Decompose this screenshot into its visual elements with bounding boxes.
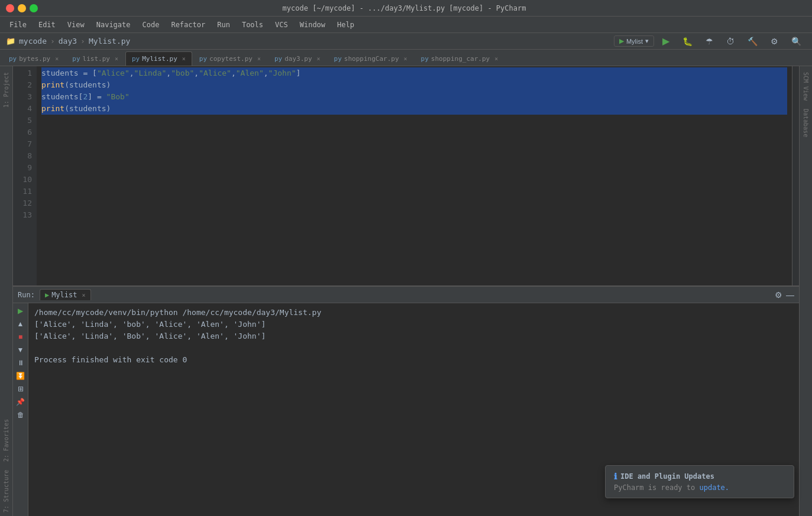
left-sidebar: 1: Project 2: Favorites 7: Structure (0, 66, 13, 516)
trash-button[interactable]: 🗑 (16, 410, 25, 420)
tab-label: bytes.py (19, 55, 50, 63)
tab-label: Mylist.py (142, 55, 177, 63)
file-icon: py (9, 55, 17, 63)
tab-close-icon[interactable]: × (257, 56, 261, 62)
run-tab-name: Mylist (51, 291, 77, 299)
menu-item-edit[interactable]: Edit (34, 19, 60, 31)
code-line-5 (41, 115, 787, 126)
menu-item-help[interactable]: Help (332, 19, 359, 31)
file-icon: py (274, 55, 282, 63)
project-name[interactable]: mycode (19, 37, 47, 46)
code-editor[interactable]: 1 2 3 4 5 6 7 8 9 10 11 12 13 students =… (13, 66, 799, 285)
menubar: FileEditViewNavigateCodeRefactorRunTools… (0, 17, 812, 33)
menu-item-tools[interactable]: Tools (237, 19, 268, 31)
editor-scrollbar[interactable] (792, 66, 799, 285)
menu-item-navigate[interactable]: Navigate (92, 19, 135, 31)
tab-list-py[interactable]: py list.py × (66, 51, 125, 66)
sidebar-scm-view[interactable]: SCM View (801, 69, 810, 104)
output-line-1: /home/cc/mycode/venv/bin/python /home/cc… (34, 307, 793, 319)
code-line-10 (41, 174, 787, 186)
notification-update-link[interactable]: update. (700, 483, 730, 492)
run-button[interactable]: ▶ (658, 34, 674, 48)
sidebar-item-structure[interactable]: 7: Structure (2, 466, 11, 516)
tab-close-icon[interactable]: × (317, 56, 321, 62)
menu-item-vcs[interactable]: VCS (270, 19, 293, 31)
minimize-panel-icon[interactable]: — (786, 290, 794, 300)
code-line-13 (41, 209, 787, 221)
stop-button[interactable]: ■ (17, 332, 24, 342)
line-num-3: 3 (13, 91, 32, 103)
titlebar-controls[interactable] (6, 4, 38, 12)
code-line-4: print(students) (41, 103, 787, 115)
run-tab-close-icon[interactable]: × (82, 292, 86, 298)
tab-bytes-py[interactable]: py bytes.py × (2, 51, 65, 66)
right-sidebar: SCM View Database (799, 66, 812, 516)
maximize-button[interactable] (30, 4, 38, 12)
tab-day3-py[interactable]: py day3.py × (268, 51, 327, 66)
coverage-button[interactable]: ☂ (701, 35, 718, 47)
pause-button[interactable]: ⏸ (16, 358, 25, 368)
tab-close-icon[interactable]: × (182, 56, 186, 62)
tab-mylist-py[interactable]: py Mylist.py × (125, 51, 192, 66)
build-button[interactable]: 🔨 (743, 35, 762, 47)
tab-close-icon[interactable]: × (55, 56, 59, 62)
code-line-2: print(students) (41, 79, 787, 91)
tab-close-icon[interactable]: × (404, 56, 407, 62)
editor-tabs: py bytes.py × py list.py × py Mylist.py … (0, 50, 812, 66)
main-layout: 1: Project 2: Favorites 7: Structure 1 2… (0, 66, 812, 516)
run-toolbar: ▶ ▲ ■ ▼ ⏸ ⏬ ⊞ 📌 🗑 (13, 303, 28, 516)
editor-area: 1 2 3 4 5 6 7 8 9 10 11 12 13 students =… (13, 66, 799, 516)
file-icon: py (199, 55, 207, 63)
breadcrumb-folder[interactable]: day3 (59, 37, 77, 46)
notification-popup: ℹ IDE and Plugin Updates PyCharm is read… (605, 465, 794, 498)
output-line-4 (34, 342, 793, 354)
tab-close-icon[interactable]: × (494, 56, 498, 62)
code-line-6 (41, 126, 787, 138)
tab-copytest-py[interactable]: py copytest.py × (193, 51, 267, 66)
breadcrumb-sep2: › (80, 37, 85, 46)
line-num-11: 11 (13, 186, 32, 197)
run-controls: ⚙ — (775, 290, 794, 300)
sidebar-item-favorites[interactable]: 2: Favorites (2, 416, 11, 465)
search-button[interactable]: 🔍 (787, 35, 806, 47)
sidebar-database[interactable]: Database (801, 105, 810, 141)
scroll-down-button[interactable]: ▼ (16, 345, 25, 355)
sidebar-item-project[interactable]: 1: Project (2, 69, 11, 111)
profile-button[interactable]: ⏱ (722, 35, 739, 47)
run-config-selector[interactable]: ▶ Mylist ▾ (614, 35, 654, 47)
file-icon: py (132, 55, 140, 63)
run-tab[interactable]: ▶ Mylist × (40, 289, 91, 300)
run-panel-header: Run: ▶ Mylist × ⚙ — (13, 287, 799, 303)
code-area[interactable]: students = ["Alice","Linda","bob","Alice… (37, 66, 792, 285)
output-line-5: Process finished with exit code 0 (34, 354, 793, 366)
menu-item-refactor[interactable]: Refactor (166, 19, 210, 31)
settings-icon[interactable]: ⚙ (775, 290, 782, 300)
output-line-2: ['Alice', 'Linda', 'bob', 'Alice', 'Alen… (34, 319, 793, 330)
menu-item-code[interactable]: Code (138, 19, 164, 31)
notification-title: ℹ IDE and Plugin Updates (614, 472, 785, 481)
notification-body: PyCharm is ready to update. (614, 483, 785, 492)
minimize-button[interactable] (18, 4, 26, 12)
code-line-1: students = ["Alice","Linda","bob","Alice… (41, 67, 787, 79)
tab-close-icon[interactable]: × (115, 56, 118, 62)
code-line-11 (41, 186, 787, 197)
run-icon: ▶ (45, 291, 49, 299)
scroll-up-button[interactable]: ▲ (16, 319, 25, 329)
menu-item-window[interactable]: Window (295, 19, 330, 31)
tab-shopping-car-py[interactable]: py shopping_car.py × (415, 51, 505, 66)
tab-shoppingcar-py[interactable]: py shoppingCar.py × (328, 51, 414, 66)
menu-item-file[interactable]: File (5, 19, 31, 31)
menu-item-run[interactable]: Run (212, 19, 235, 31)
file-icon: py (72, 55, 80, 63)
notification-body-text: PyCharm is ready to (614, 483, 700, 492)
layout-button[interactable]: ⊞ (17, 384, 25, 394)
pin-button[interactable]: 📌 (15, 397, 26, 407)
settings-button[interactable]: ⚙ (766, 35, 783, 47)
debug-button[interactable]: 🐛 (678, 35, 697, 47)
scroll-to-end-button[interactable]: ⏬ (15, 371, 26, 381)
rerun-button[interactable]: ▶ (17, 306, 24, 316)
code-line-9 (41, 162, 787, 174)
close-button[interactable] (6, 4, 14, 12)
titlebar: mycode [~/mycode] - .../day3/Mylist.py [… (0, 0, 812, 17)
menu-item-view[interactable]: View (63, 19, 89, 31)
